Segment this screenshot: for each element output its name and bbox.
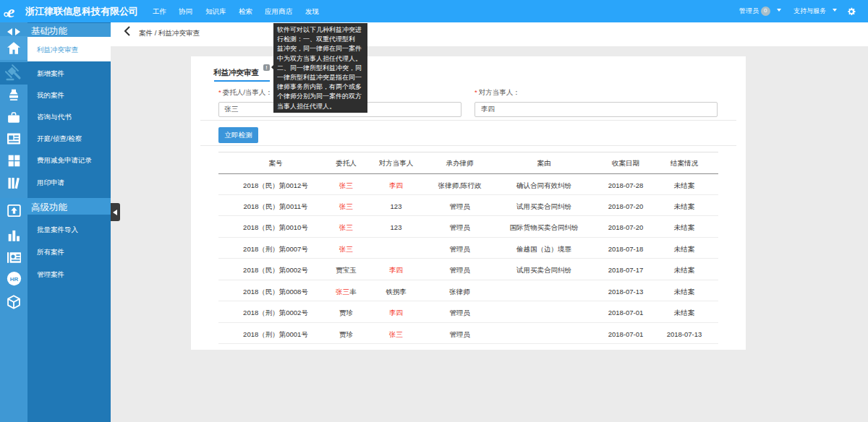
svg-text:HR: HR bbox=[9, 276, 18, 283]
svg-text:e: e bbox=[7, 3, 14, 20]
